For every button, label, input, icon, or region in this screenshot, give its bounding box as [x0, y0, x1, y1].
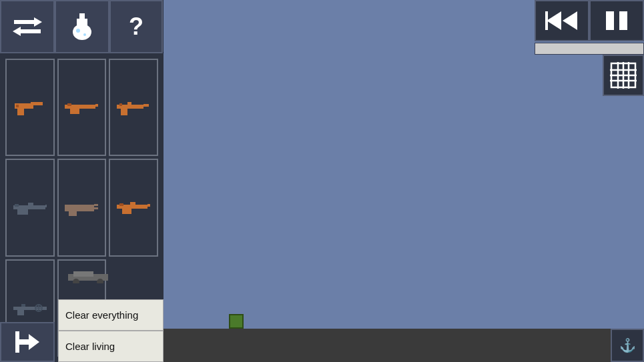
svg-rect-18: [143, 104, 149, 107]
progress-bar-container: [535, 43, 644, 55]
svg-rect-15: [70, 109, 79, 114]
swap-button[interactable]: [0, 0, 55, 53]
svg-marker-53: [547, 11, 561, 30]
svg-point-5: [73, 24, 91, 40]
svg-rect-21: [119, 103, 122, 106]
progress-bar: [535, 43, 643, 54]
svg-rect-52: [15, 331, 19, 353]
svg-rect-29: [94, 204, 98, 206]
weapon-cell-rifle[interactable]: [57, 59, 107, 156]
anchor-icon: ⚓: [619, 337, 636, 353]
svg-rect-25: [28, 203, 33, 205]
svg-rect-47: [73, 271, 93, 277]
help-button[interactable]: ?: [109, 0, 163, 53]
grid-toggle-button[interactable]: [603, 55, 644, 96]
rewind-button[interactable]: [535, 0, 589, 41]
svg-rect-30: [94, 207, 98, 209]
toolbar: ?: [0, 0, 164, 53]
clear-living-button[interactable]: Clear living: [58, 331, 164, 362]
svg-rect-31: [69, 211, 77, 216]
svg-point-8: [83, 33, 86, 36]
svg-marker-51: [29, 334, 39, 350]
svg-rect-39: [17, 310, 24, 315]
svg-rect-16: [67, 103, 71, 106]
svg-rect-19: [121, 109, 127, 115]
mg-icon: [12, 196, 48, 219]
potion-button[interactable]: [55, 0, 109, 53]
top-right-controls: [535, 0, 644, 55]
ground-strip: [164, 329, 644, 362]
svg-rect-33: [147, 204, 150, 207]
rewind-icon: [545, 9, 579, 33]
shotgun-icon: [63, 196, 99, 219]
pause-icon: [602, 9, 631, 33]
weapon-cell-shotgun[interactable]: [57, 159, 107, 256]
svg-rect-35: [130, 202, 135, 205]
rifle-icon: [63, 96, 99, 119]
svg-rect-56: [606, 11, 614, 30]
pause-button[interactable]: [589, 0, 644, 41]
svg-rect-36: [119, 203, 123, 206]
svg-marker-54: [563, 11, 577, 30]
bottom-right-button[interactable]: ⚓: [611, 329, 644, 362]
svg-rect-11: [17, 109, 24, 115]
weapon-cell-smg[interactable]: [109, 59, 158, 156]
svg-rect-34: [122, 209, 131, 214]
svg-point-7: [76, 29, 80, 33]
svg-rect-26: [15, 204, 19, 207]
svg-rect-10: [31, 102, 43, 105]
vehicle-icon: [67, 270, 120, 283]
pistol-icon: [12, 96, 48, 119]
svg-rect-2: [21, 29, 41, 33]
svg-rect-12: [16, 105, 19, 107]
weapon-cell-assault[interactable]: [109, 159, 158, 256]
svg-rect-55: [545, 11, 548, 30]
svg-rect-23: [45, 205, 47, 207]
weapon-cell-pistol[interactable]: [5, 59, 55, 156]
svg-marker-3: [13, 27, 21, 36]
weapon-cell-mg[interactable]: [5, 159, 55, 256]
exit-button[interactable]: [0, 322, 55, 362]
potion-icon: [70, 12, 94, 41]
clear-everything-button[interactable]: Clear everything: [58, 299, 164, 331]
svg-rect-27: [65, 205, 94, 208]
grid-icon: [609, 61, 638, 90]
svg-rect-57: [619, 11, 627, 30]
bottom-sidebar-object: [67, 270, 120, 283]
assault-rifle-icon: [115, 196, 151, 219]
svg-rect-0: [14, 20, 34, 24]
swap-icon: [13, 15, 42, 39]
context-menu: Clear everything Clear living: [58, 299, 164, 362]
svg-rect-6: [77, 19, 87, 25]
svg-rect-24: [17, 209, 28, 215]
playback-controls: [535, 0, 644, 41]
sniper-icon: [12, 297, 48, 319]
svg-rect-20: [127, 102, 131, 105]
svg-rect-38: [21, 304, 25, 307]
game-entity: [229, 314, 244, 329]
question-icon: ?: [129, 13, 143, 41]
smg-icon: [115, 96, 151, 119]
svg-rect-28: [65, 208, 94, 211]
svg-marker-1: [34, 17, 42, 27]
exit-icon: [14, 330, 41, 354]
svg-rect-14: [95, 104, 98, 107]
